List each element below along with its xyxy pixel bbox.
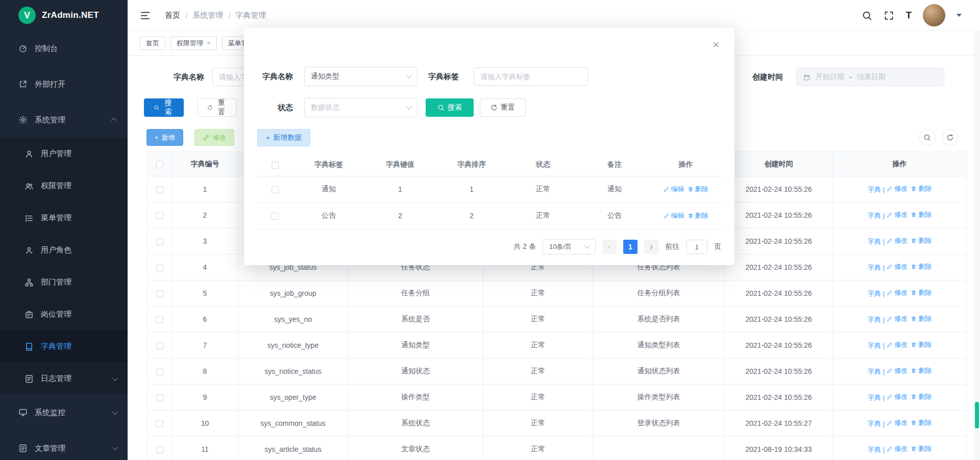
- table-refresh-button[interactable]: [942, 129, 959, 146]
- row-checkbox[interactable]: [156, 212, 163, 219]
- edit-link[interactable]: 修改: [887, 392, 908, 401]
- dict-data-link[interactable]: 字典: [868, 289, 881, 298]
- select-all-checkbox[interactable]: [272, 162, 279, 169]
- edit-link[interactable]: 修改: [887, 184, 908, 193]
- dict-data-link[interactable]: 字典: [868, 185, 881, 194]
- current-page-button[interactable]: 1: [623, 240, 638, 254]
- edit-link[interactable]: 修改: [887, 444, 908, 453]
- edit-button[interactable]: 修改: [194, 129, 234, 146]
- delete-link[interactable]: 删除: [688, 211, 708, 220]
- dict-data-link[interactable]: 字典: [868, 315, 881, 324]
- sidebar-item-user[interactable]: 用户管理: [0, 138, 128, 170]
- select-all-checkbox[interactable]: [156, 161, 163, 168]
- row-checkbox[interactable]: [156, 186, 163, 193]
- dict-data-link[interactable]: 字典: [868, 211, 881, 220]
- delete-link[interactable]: 删除: [911, 444, 932, 453]
- delete-link[interactable]: 删除: [911, 418, 932, 427]
- dict-data-link[interactable]: 字典: [868, 393, 881, 402]
- delete-link[interactable]: 删除: [911, 236, 932, 245]
- edit-link[interactable]: 修改: [887, 262, 908, 271]
- edit-link[interactable]: 修改: [887, 366, 908, 375]
- user-avatar[interactable]: [923, 4, 945, 27]
- font-size-icon[interactable]: T: [905, 10, 912, 21]
- vertical-scrollbar[interactable]: [974, 31, 980, 460]
- sidebar-item-article[interactable]: 文章管理: [0, 430, 128, 460]
- breadcrumb-home[interactable]: 首页: [165, 11, 180, 20]
- edit-link[interactable]: 编辑: [664, 185, 684, 194]
- delete-link[interactable]: 删除: [911, 314, 932, 323]
- tab-perm[interactable]: 权限管理 ×: [170, 36, 217, 50]
- edit-link[interactable]: 修改: [887, 210, 908, 219]
- sidebar-item-perm[interactable]: 权限管理: [0, 170, 128, 202]
- dict-data-link[interactable]: 字典: [868, 263, 881, 272]
- row-checkbox[interactable]: [156, 290, 163, 297]
- prev-page-button[interactable]: ‹: [602, 240, 617, 254]
- row-checkbox[interactable]: [156, 264, 163, 271]
- dict-data-link[interactable]: 字典: [868, 419, 881, 428]
- next-page-button[interactable]: ›: [644, 240, 658, 254]
- close-icon[interactable]: ×: [207, 39, 211, 47]
- fullscreen-icon[interactable]: [884, 10, 894, 21]
- tab-home[interactable]: 首页: [140, 36, 165, 50]
- edit-link[interactable]: 修改: [887, 236, 908, 245]
- delete-link[interactable]: 删除: [911, 340, 932, 349]
- search-button[interactable]: 搜索: [144, 98, 184, 117]
- edit-link[interactable]: 修改: [887, 340, 908, 349]
- close-icon[interactable]: ×: [713, 39, 719, 50]
- edit-link[interactable]: 编辑: [664, 211, 684, 220]
- dict-name-select[interactable]: 通知类型: [304, 67, 418, 86]
- sidebar-item-log[interactable]: 日志管理: [0, 363, 128, 395]
- row-checkbox[interactable]: [156, 420, 163, 427]
- dict-data-link[interactable]: 字典: [868, 367, 881, 376]
- delete-link[interactable]: 删除: [911, 366, 932, 375]
- dict-type-link[interactable]: sys_article_status: [238, 437, 348, 460]
- scrollbar-thumb[interactable]: [975, 402, 979, 428]
- sidebar-item-menu[interactable]: 菜单管理: [0, 202, 128, 234]
- caret-down-icon[interactable]: [957, 14, 962, 17]
- delete-link[interactable]: 删除: [911, 262, 932, 271]
- dict-type-link[interactable]: sys_notice_type: [238, 333, 348, 359]
- reset-button[interactable]: 重置: [198, 98, 237, 117]
- dict-type-link[interactable]: sys_notice_status: [238, 359, 348, 385]
- delete-link[interactable]: 删除: [911, 392, 932, 401]
- dialog-reset-button[interactable]: 重置: [480, 98, 526, 117]
- edit-link[interactable]: 修改: [887, 288, 908, 297]
- menu-fold-icon[interactable]: [140, 10, 151, 21]
- row-checkbox[interactable]: [156, 316, 163, 323]
- delete-link[interactable]: 删除: [911, 210, 932, 219]
- sidebar-item-external[interactable]: 外部打开: [0, 66, 128, 102]
- dialog-search-button[interactable]: 搜索: [426, 98, 474, 117]
- date-range-picker[interactable]: 开始日期 - 结束日期: [796, 68, 944, 86]
- dict-data-link[interactable]: 字典: [868, 445, 881, 454]
- edit-link[interactable]: 修改: [887, 314, 908, 323]
- dict-type-link[interactable]: sys_common_status: [238, 411, 348, 437]
- table-search-button[interactable]: [919, 129, 936, 146]
- row-checkbox[interactable]: [272, 213, 279, 220]
- add-dict-data-button[interactable]: + 新增数据: [257, 129, 310, 146]
- dict-type-link[interactable]: sys_oper_type: [238, 385, 348, 411]
- row-checkbox[interactable]: [156, 342, 163, 349]
- sidebar-item-dashboard[interactable]: 控制台: [0, 31, 128, 66]
- page-size-select[interactable]: 10条/页: [543, 239, 596, 254]
- sidebar-item-role[interactable]: 用户角色: [0, 234, 128, 266]
- dict-data-link[interactable]: 字典: [868, 237, 881, 246]
- page-jump-input[interactable]: [686, 240, 707, 254]
- sidebar-item-post[interactable]: 岗位管理: [0, 298, 128, 330]
- row-checkbox[interactable]: [156, 394, 163, 401]
- row-checkbox[interactable]: [156, 368, 163, 375]
- delete-link[interactable]: 删除: [688, 185, 708, 194]
- delete-link[interactable]: 删除: [911, 288, 932, 297]
- dict-label-input[interactable]: [474, 67, 588, 86]
- breadcrumb-system[interactable]: 系统管理: [192, 11, 223, 20]
- dict-data-link[interactable]: 字典: [868, 341, 881, 350]
- add-button[interactable]: + 新增: [146, 129, 183, 146]
- sidebar-item-dict[interactable]: 字典管理: [0, 330, 128, 363]
- dict-type-link[interactable]: sys_job_group: [238, 280, 348, 306]
- edit-link[interactable]: 修改: [887, 418, 908, 427]
- row-checkbox[interactable]: [156, 238, 163, 245]
- sidebar-item-monitor[interactable]: 系统监控: [0, 395, 128, 430]
- row-checkbox[interactable]: [156, 446, 163, 453]
- search-icon[interactable]: [862, 10, 872, 21]
- row-checkbox[interactable]: [272, 186, 279, 193]
- status-select[interactable]: 数据状态: [304, 98, 418, 117]
